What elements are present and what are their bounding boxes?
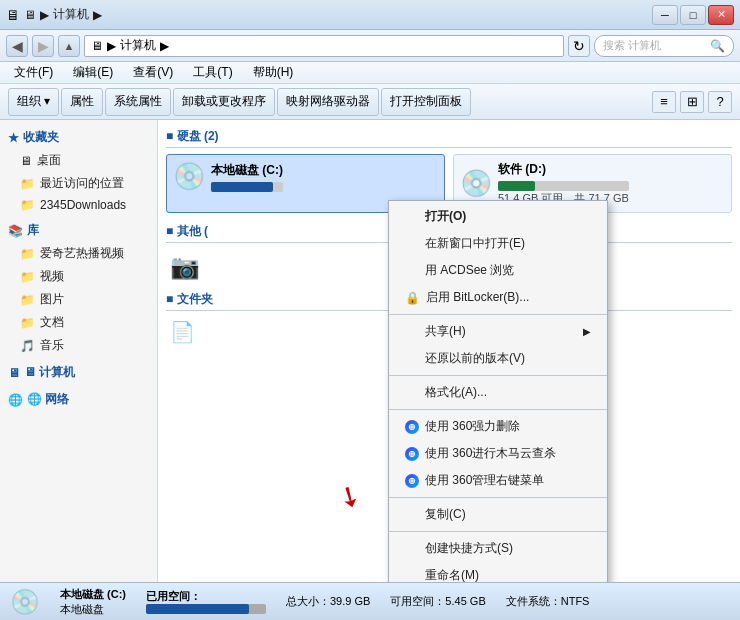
context-menu-item-restore[interactable]: 还原以前的版本(V) <box>389 345 607 372</box>
search-icon: 🔍 <box>710 39 725 53</box>
context-menu-label-restore: 还原以前的版本(V) <box>425 350 525 367</box>
drive-c-bar-bg <box>211 182 283 192</box>
context-menu-item-360del[interactable]: ⊕使用 360强力删除 <box>389 413 607 440</box>
back-button[interactable]: ◀ <box>6 35 28 57</box>
context-menu-item-shortcut[interactable]: 创建快捷方式(S) <box>389 535 607 562</box>
iqiyi-icon: 📁 <box>20 247 35 261</box>
file-icon: 📄 <box>170 320 195 344</box>
up-button[interactable]: ▲ <box>58 35 80 57</box>
organize-button[interactable]: 组织 ▾ <box>8 88 59 116</box>
toolbar: 组织 ▾ 属性 系统属性 卸载或更改程序 映射网络驱动器 打开控制面板 ≡ ⊞ … <box>0 84 740 120</box>
status-used-space: 已用空间： <box>146 589 266 614</box>
sidebar-item-downloads-label: 2345Downloads <box>40 198 126 212</box>
maximize-button[interactable]: □ <box>680 5 706 25</box>
context-menu-item-format[interactable]: 格式化(A)... <box>389 379 607 406</box>
address-path[interactable]: 🖥 ▶ 计算机 ▶ <box>84 35 564 57</box>
context-menu-separator <box>389 531 607 532</box>
address-path-text: 计算机 <box>120 37 156 54</box>
menu-view[interactable]: 查看(V) <box>125 62 181 83</box>
red-arrow: ➘ <box>331 476 367 516</box>
sidebar-item-music[interactable]: 🎵 音乐 <box>0 334 157 357</box>
context-menu-item-copy[interactable]: 复制(C) <box>389 501 607 528</box>
network-icon: 🌐 <box>8 393 23 407</box>
minimize-button[interactable]: ─ <box>652 5 678 25</box>
menu-file[interactable]: 文件(F) <box>6 62 61 83</box>
sidebar-favorites-label: 收藏夹 <box>23 129 59 146</box>
view-list-button[interactable]: ≡ <box>652 91 676 113</box>
drive-d-bar-bg <box>498 181 629 191</box>
uninstall-button[interactable]: 卸载或更改程序 <box>173 88 275 116</box>
context-menu-separator <box>389 314 607 315</box>
status-free: 可用空间：5.45 GB <box>390 594 485 609</box>
recent-icon: 📁 <box>20 177 35 191</box>
sidebar-library-header[interactable]: 📚 库 <box>0 219 157 242</box>
context-menu: 打开(O)在新窗口中打开(E)用 ACDSee 浏览🔒启用 BitLocker(… <box>388 200 608 582</box>
breadcrumb-arrow2: ▶ <box>93 8 102 22</box>
sidebar-favorites-header[interactable]: ★ 收藏夹 <box>0 126 157 149</box>
context-menu-item-acdSee[interactable]: 用 ACDSee 浏览 <box>389 257 607 284</box>
address-path-arrow: ▶ <box>107 39 116 53</box>
context-menu-item-open[interactable]: 打开(O) <box>389 203 607 230</box>
sidebar-network-label: 🌐 网络 <box>27 391 69 408</box>
menubar: 文件(F) 编辑(E) 查看(V) 工具(T) 帮助(H) <box>0 62 740 84</box>
bitlocker-icon: 🔒 <box>405 291 420 305</box>
statusbar: 💿 本地磁盘 (C:) 本地磁盘 已用空间： 总大小：39.9 GB 可用空间：… <box>0 582 740 620</box>
sidebar-item-video-label: 视频 <box>40 268 64 285</box>
menu-help[interactable]: 帮助(H) <box>245 62 302 83</box>
status-bar-bg <box>146 604 266 614</box>
help-button[interactable]: ? <box>708 91 732 113</box>
search-placeholder: 搜索 计算机 <box>603 38 661 53</box>
status-info-row: 总大小：39.9 GB 可用空间：5.45 GB 文件系统：NTFS <box>286 594 589 609</box>
status-used-label: 已用空间： <box>146 589 266 604</box>
sidebar-item-video[interactable]: 📁 视频 <box>0 265 157 288</box>
sidebar-item-pictures-label: 图片 <box>40 291 64 308</box>
context-menu-label-copy: 复制(C) <box>425 506 466 523</box>
toolbar-right: ≡ ⊞ ? <box>652 91 732 113</box>
context-menu-separator <box>389 497 607 498</box>
menu-tools[interactable]: 工具(T) <box>185 62 240 83</box>
drive-c-label: 本地磁盘 (C:) <box>211 162 283 179</box>
sidebar-item-recent[interactable]: 📁 最近访问的位置 <box>0 172 157 195</box>
drive-d-label: 软件 (D:) <box>498 161 629 178</box>
sidebar-network-header[interactable]: 🌐 🌐 网络 <box>0 388 157 411</box>
docs-icon: 📁 <box>20 316 35 330</box>
sidebar-library-label: 库 <box>27 222 39 239</box>
menu-edit[interactable]: 编辑(E) <box>65 62 121 83</box>
sidebar-item-iqiyi[interactable]: 📁 爱奇艺热播视频 <box>0 242 157 265</box>
sidebar: ★ 收藏夹 🖥 桌面 📁 最近访问的位置 📁 2345Downloads 📚 库 <box>0 120 158 582</box>
library-icon: 📚 <box>8 224 23 238</box>
map-drive-button[interactable]: 映射网络驱动器 <box>277 88 379 116</box>
sidebar-computer-header[interactable]: 🖥 🖥 计算机 <box>0 361 157 384</box>
status-drive-name: 本地磁盘 (C:) 本地磁盘 <box>60 587 126 617</box>
search-box[interactable]: 搜索 计算机 🔍 <box>594 35 734 57</box>
sidebar-item-docs[interactable]: 📁 文档 <box>0 311 157 334</box>
sidebar-item-pictures[interactable]: 📁 图片 <box>0 288 157 311</box>
forward-button[interactable]: ▶ <box>32 35 54 57</box>
control-panel-button[interactable]: 打开控制面板 <box>381 88 471 116</box>
sidebar-item-downloads[interactable]: 📁 2345Downloads <box>0 195 157 215</box>
system-properties-button[interactable]: 系统属性 <box>105 88 171 116</box>
360-icon: ⊕ <box>405 447 419 461</box>
view-grid-button[interactable]: ⊞ <box>680 91 704 113</box>
hard-disk-section-header: ■ 硬盘 (2) <box>166 128 732 148</box>
context-menu-item-bitlocker[interactable]: 🔒启用 BitLocker(B)... <box>389 284 607 311</box>
context-menu-label-acdSee: 用 ACDSee 浏览 <box>425 262 514 279</box>
context-menu-item-360scan[interactable]: ⊕使用 360进行木马云查杀 <box>389 440 607 467</box>
context-menu-item-rename[interactable]: 重命名(M) <box>389 562 607 582</box>
close-button[interactable]: ✕ <box>708 5 734 25</box>
context-menu-item-share[interactable]: 共享(H)▶ <box>389 318 607 345</box>
sidebar-computer-label: 🖥 计算机 <box>24 364 75 381</box>
context-menu-label-open-new: 在新窗口中打开(E) <box>425 235 525 252</box>
refresh-button[interactable]: ↻ <box>568 35 590 57</box>
context-menu-item-open-new[interactable]: 在新窗口中打开(E) <box>389 230 607 257</box>
status-drive-icon: 💿 <box>10 588 40 616</box>
context-menu-label-360menu: 使用 360管理右键菜单 <box>425 472 544 489</box>
downloads-icon: 📁 <box>20 198 35 212</box>
address-path-arrow2: ▶ <box>160 39 169 53</box>
properties-button[interactable]: 属性 <box>61 88 103 116</box>
drive-c-icon: 💿 <box>173 161 205 192</box>
context-menu-label-360scan: 使用 360进行木马云查杀 <box>425 445 556 462</box>
context-menu-item-360menu[interactable]: ⊕使用 360管理右键菜单 <box>389 467 607 494</box>
context-menu-label-format: 格式化(A)... <box>425 384 487 401</box>
sidebar-item-desktop[interactable]: 🖥 桌面 <box>0 149 157 172</box>
